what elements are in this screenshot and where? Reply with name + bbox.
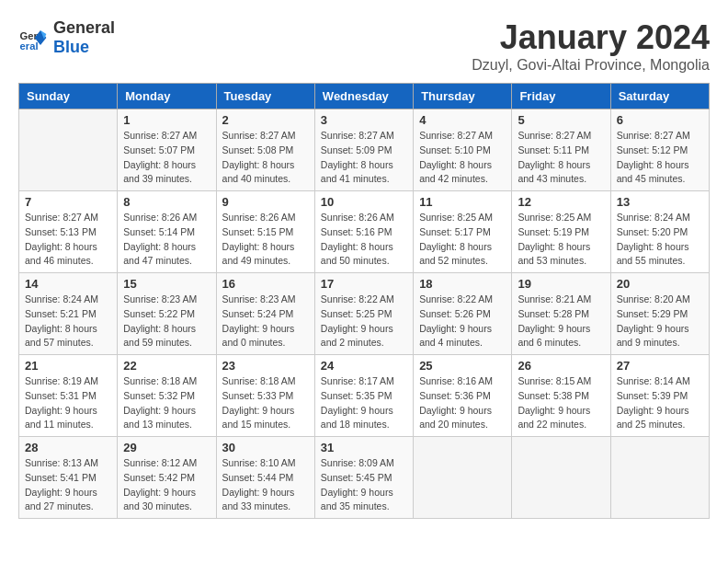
logo-blue: Blue	[53, 38, 89, 56]
calendar-cell: 28 Sunrise: 8:13 AMSunset: 5:41 PMDaylig…	[19, 437, 118, 519]
calendar-cell	[512, 437, 610, 519]
calendar-cell: 1 Sunrise: 8:27 AMSunset: 5:07 PMDayligh…	[118, 109, 216, 191]
calendar-cell: 6 Sunrise: 8:27 AMSunset: 5:12 PMDayligh…	[610, 109, 709, 191]
day-number: 11	[419, 195, 506, 209]
day-number: 5	[518, 113, 604, 127]
cell-details: Sunrise: 8:24 AMSunset: 5:21 PMDaylight:…	[25, 293, 111, 350]
calendar-cell: 16 Sunrise: 8:23 AMSunset: 5:24 PMDaylig…	[216, 273, 314, 355]
day-number: 19	[518, 277, 604, 291]
cell-details: Sunrise: 8:09 AMSunset: 5:45 PMDaylight:…	[321, 456, 407, 514]
day-header-tuesday: Tuesday	[216, 84, 314, 109]
day-number: 29	[123, 441, 210, 454]
calendar-cell: 17 Sunrise: 8:22 AMSunset: 5:25 PMDaylig…	[314, 273, 413, 355]
day-number: 18	[419, 277, 506, 291]
calendar-cell: 8 Sunrise: 8:26 AMSunset: 5:14 PMDayligh…	[118, 191, 216, 273]
cell-details: Sunrise: 8:22 AMSunset: 5:26 PMDaylight:…	[419, 293, 506, 350]
calendar-cell	[19, 109, 118, 191]
cell-details: Sunrise: 8:25 AMSunset: 5:19 PMDaylight:…	[518, 211, 604, 269]
calendar-cell: 25 Sunrise: 8:16 AMSunset: 5:36 PMDaylig…	[414, 355, 512, 437]
cell-details: Sunrise: 8:27 AMSunset: 5:09 PMDaylight:…	[321, 129, 407, 187]
cell-details: Sunrise: 8:27 AMSunset: 5:11 PMDaylight:…	[518, 129, 604, 187]
cell-details: Sunrise: 8:19 AMSunset: 5:31 PMDaylight:…	[25, 374, 111, 432]
day-number: 13	[617, 195, 703, 209]
day-number: 16	[222, 277, 309, 291]
day-number: 24	[321, 359, 407, 373]
calendar-cell: 24 Sunrise: 8:17 AMSunset: 5:35 PMDaylig…	[314, 355, 413, 437]
cell-details: Sunrise: 8:23 AMSunset: 5:24 PMDaylight:…	[222, 293, 309, 350]
cell-details: Sunrise: 8:21 AMSunset: 5:28 PMDaylight:…	[518, 293, 604, 350]
calendar-cell: 12 Sunrise: 8:25 AMSunset: 5:19 PMDaylig…	[512, 191, 610, 273]
week-row-1: 1 Sunrise: 8:27 AMSunset: 5:07 PMDayligh…	[19, 109, 710, 191]
cell-details: Sunrise: 8:14 AMSunset: 5:39 PMDaylight:…	[617, 374, 703, 432]
cell-details: Sunrise: 8:27 AMSunset: 5:12 PMDaylight:…	[617, 129, 703, 187]
day-header-friday: Friday	[512, 84, 610, 109]
cell-details: Sunrise: 8:24 AMSunset: 5:20 PMDaylight:…	[617, 211, 703, 269]
cell-details: Sunrise: 8:23 AMSunset: 5:22 PMDaylight:…	[123, 293, 210, 350]
cell-details: Sunrise: 8:18 AMSunset: 5:32 PMDaylight:…	[123, 374, 210, 432]
cell-details: Sunrise: 8:25 AMSunset: 5:17 PMDaylight:…	[419, 211, 506, 269]
day-header-thursday: Thursday	[414, 84, 512, 109]
logo: Gen eral General Blue	[18, 18, 115, 57]
cell-details: Sunrise: 8:26 AMSunset: 5:15 PMDaylight:…	[222, 211, 309, 269]
week-row-4: 21 Sunrise: 8:19 AMSunset: 5:31 PMDaylig…	[19, 355, 710, 437]
calendar-cell: 18 Sunrise: 8:22 AMSunset: 5:26 PMDaylig…	[414, 273, 512, 355]
day-number: 26	[518, 359, 604, 373]
calendar-cell	[610, 437, 709, 519]
page-header: Gen eral General Blue January 2024 Dzuyl…	[18, 18, 710, 74]
cell-details: Sunrise: 8:20 AMSunset: 5:29 PMDaylight:…	[617, 293, 703, 350]
calendar-cell: 13 Sunrise: 8:24 AMSunset: 5:20 PMDaylig…	[610, 191, 709, 273]
day-number: 15	[123, 277, 210, 291]
day-number: 30	[222, 441, 309, 454]
calendar-cell: 11 Sunrise: 8:25 AMSunset: 5:17 PMDaylig…	[414, 191, 512, 273]
cell-details: Sunrise: 8:15 AMSunset: 5:38 PMDaylight:…	[518, 374, 604, 432]
day-number: 3	[321, 113, 407, 127]
day-number: 4	[419, 113, 506, 127]
day-header-monday: Monday	[118, 84, 216, 109]
cell-details: Sunrise: 8:12 AMSunset: 5:42 PMDaylight:…	[123, 456, 210, 514]
cell-details: Sunrise: 8:16 AMSunset: 5:36 PMDaylight:…	[419, 374, 506, 432]
day-number: 8	[123, 195, 210, 209]
day-number: 25	[419, 359, 506, 373]
calendar-table: SundayMondayTuesdayWednesdayThursdayFrid…	[18, 83, 710, 519]
day-number: 12	[518, 195, 604, 209]
calendar-cell: 15 Sunrise: 8:23 AMSunset: 5:22 PMDaylig…	[118, 273, 216, 355]
calendar-cell: 3 Sunrise: 8:27 AMSunset: 5:09 PMDayligh…	[314, 109, 413, 191]
calendar-cell: 26 Sunrise: 8:15 AMSunset: 5:38 PMDaylig…	[512, 355, 610, 437]
day-number: 9	[222, 195, 309, 209]
calendar-subtitle: Dzuyl, Govi-Altai Province, Mongolia	[472, 57, 710, 74]
day-number: 7	[25, 195, 111, 209]
logo-text: General Blue	[53, 18, 115, 57]
cell-details: Sunrise: 8:27 AMSunset: 5:13 PMDaylight:…	[25, 211, 111, 269]
day-number: 21	[25, 359, 111, 373]
day-number: 28	[25, 441, 111, 454]
day-number: 14	[25, 277, 111, 291]
cell-details: Sunrise: 8:27 AMSunset: 5:07 PMDaylight:…	[123, 129, 210, 187]
header-row: SundayMondayTuesdayWednesdayThursdayFrid…	[19, 84, 710, 109]
day-header-sunday: Sunday	[19, 84, 118, 109]
calendar-cell: 23 Sunrise: 8:18 AMSunset: 5:33 PMDaylig…	[216, 355, 314, 437]
cell-details: Sunrise: 8:26 AMSunset: 5:14 PMDaylight:…	[123, 211, 210, 269]
day-number: 31	[321, 441, 407, 454]
cell-details: Sunrise: 8:26 AMSunset: 5:16 PMDaylight:…	[321, 211, 407, 269]
day-number: 17	[321, 277, 407, 291]
calendar-cell: 20 Sunrise: 8:20 AMSunset: 5:29 PMDaylig…	[610, 273, 709, 355]
day-number: 27	[617, 359, 703, 373]
day-header-wednesday: Wednesday	[314, 84, 413, 109]
svg-text:eral: eral	[20, 40, 39, 52]
calendar-cell: 29 Sunrise: 8:12 AMSunset: 5:42 PMDaylig…	[118, 437, 216, 519]
week-row-5: 28 Sunrise: 8:13 AMSunset: 5:41 PMDaylig…	[19, 437, 710, 519]
calendar-cell: 27 Sunrise: 8:14 AMSunset: 5:39 PMDaylig…	[610, 355, 709, 437]
day-number: 23	[222, 359, 309, 373]
cell-details: Sunrise: 8:17 AMSunset: 5:35 PMDaylight:…	[321, 374, 407, 432]
day-number: 1	[123, 113, 210, 127]
title-block: January 2024 Dzuyl, Govi-Altai Province,…	[472, 18, 710, 74]
cell-details: Sunrise: 8:10 AMSunset: 5:44 PMDaylight:…	[222, 456, 309, 514]
day-number: 6	[617, 113, 703, 127]
calendar-cell: 19 Sunrise: 8:21 AMSunset: 5:28 PMDaylig…	[512, 273, 610, 355]
week-row-2: 7 Sunrise: 8:27 AMSunset: 5:13 PMDayligh…	[19, 191, 710, 273]
logo-icon: Gen eral	[18, 23, 48, 52]
calendar-cell: 2 Sunrise: 8:27 AMSunset: 5:08 PMDayligh…	[216, 109, 314, 191]
calendar-cell: 14 Sunrise: 8:24 AMSunset: 5:21 PMDaylig…	[19, 273, 118, 355]
day-number: 2	[222, 113, 309, 127]
calendar-cell: 5 Sunrise: 8:27 AMSunset: 5:11 PMDayligh…	[512, 109, 610, 191]
